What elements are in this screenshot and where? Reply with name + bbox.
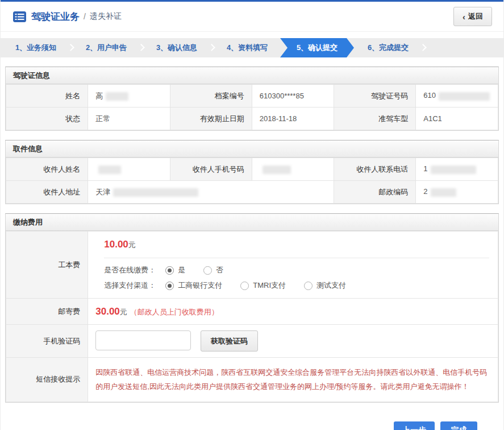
- value-text: 正常: [95, 114, 110, 123]
- table-row: 姓名 高 档案编号 610300****85 驾驶证号码 610: [6, 85, 498, 108]
- table-row: 收件人姓名 收件人手机号码 收件人联系电话 1: [6, 158, 498, 181]
- sms-tip-text: 因陕西省联通、电信运营商技术问题，陕西省互联网交通安全综合服务管理平台无法向持陕…: [95, 368, 487, 391]
- step-label: 6、完成提交: [368, 43, 409, 52]
- radio-online-yes[interactable]: 是: [165, 265, 185, 275]
- field-value-recipient-phone: 1: [416, 158, 498, 181]
- redacted-blob: [439, 92, 490, 101]
- field-value-recipient-mobile: [252, 158, 334, 181]
- section-pickup-info: 取件信息 收件人姓名 收件人手机号码 收件人联系电话 1 收件人地址 天津 邮政…: [5, 140, 499, 204]
- previous-step-button[interactable]: 上一步: [394, 421, 435, 430]
- field-label-name: 姓名: [6, 85, 88, 108]
- table-row: 状态 正常 有效期止日期 2018-11-18 准驾车型 A1C1: [6, 108, 498, 130]
- radio-channel-icbc-input[interactable]: [165, 282, 174, 290]
- field-value-recipient-address: 天津: [88, 181, 334, 204]
- field-label-license-number: 驾驶证号码: [334, 85, 416, 108]
- field-label-vehicle-class: 准驾车型: [334, 108, 416, 130]
- footer-actions: 上一步 完成: [1, 421, 477, 430]
- radio-online-no-input[interactable]: [203, 266, 212, 275]
- table-row: 手机验证码 获取验证码: [6, 325, 498, 358]
- finish-button[interactable]: 完成: [440, 421, 477, 430]
- table-row: 工本费 10.00元 是否在线缴费： 是: [6, 231, 498, 299]
- work-fee-amount-line: 10.00元: [104, 239, 489, 250]
- radio-label: 工商银行支付: [178, 280, 222, 291]
- redacted-blob: [431, 166, 476, 174]
- field-value-name: 高: [88, 85, 170, 108]
- online-pay-row: 是否在线缴费： 是 否: [104, 265, 489, 275]
- back-chevron-icon: ‹: [463, 13, 465, 21]
- field-label-recipient-name: 收件人姓名: [6, 158, 88, 181]
- page-title: 驾驶证业务: [31, 10, 80, 23]
- value-text: 1: [423, 164, 427, 173]
- back-button[interactable]: ‹ 返回: [453, 7, 492, 26]
- mail-fee-cell: 30.00元（邮政人员上门收取费用）: [88, 299, 498, 325]
- step-label: 3、确认信息: [156, 43, 197, 52]
- page: 驾驶证业务 / 遗失补证 ‹ 返回 1、业务须知 2、用户申告 3、确认信息 4…: [0, 0, 504, 430]
- radio-label: TMRI支付: [253, 280, 286, 291]
- field-label-mail-fee: 邮寄费: [6, 299, 88, 325]
- redacted-blob: [263, 166, 291, 174]
- radio-channel-test[interactable]: 测试支付: [304, 280, 346, 291]
- section-payment: 缴纳费用 工本费 10.00元 是否在线缴费： 是: [5, 213, 499, 403]
- redacted-blob: [113, 188, 198, 197]
- sms-code-cell: 获取验证码: [88, 325, 498, 358]
- field-label-status: 状态: [6, 108, 88, 130]
- breadcrumb-divider: /: [84, 12, 86, 21]
- step-2-user-declaration[interactable]: 2、用户申告: [71, 38, 141, 57]
- get-code-button[interactable]: 获取验证码: [201, 330, 258, 352]
- radio-online-yes-input[interactable]: [165, 266, 174, 275]
- step-5-confirm-submit[interactable]: 5、确认提交: [280, 38, 354, 57]
- payment-table: 工本费 10.00元 是否在线缴费： 是: [6, 231, 498, 402]
- step-3-confirm-info[interactable]: 3、确认信息: [141, 38, 212, 57]
- sms-code-input[interactable]: [95, 330, 191, 350]
- value-text: 610300****85: [260, 92, 304, 100]
- field-label-file-number: 档案编号: [170, 85, 252, 108]
- field-label-sms-code: 手机验证码: [6, 325, 88, 358]
- field-label-recipient-mobile: 收件人手机号码: [170, 158, 252, 181]
- back-button-label: 返回: [468, 11, 483, 22]
- radio-channel-tmri-input[interactable]: [240, 282, 249, 290]
- radio-online-no[interactable]: 否: [203, 265, 223, 275]
- section-pickup-title: 取件信息: [6, 140, 498, 158]
- divider: [104, 258, 489, 258]
- value-text: 610: [423, 91, 436, 100]
- field-label-postal-code: 邮政编码: [334, 181, 416, 204]
- table-row: 收件人地址 天津 邮政编码 2: [6, 181, 498, 204]
- mail-fee-unit: 元: [120, 308, 127, 316]
- step-1-business-notes[interactable]: 1、业务须知: [1, 38, 71, 57]
- radio-channel-tmri[interactable]: TMRI支付: [240, 280, 286, 291]
- breadcrumb-current: 遗失补证: [90, 11, 122, 22]
- field-label-work-fee: 工本费: [6, 231, 88, 299]
- pay-channel-row: 选择支付渠道： 工商银行支付 TMRI支付 测试支付: [104, 280, 489, 291]
- radio-channel-icbc[interactable]: 工商银行支付: [165, 280, 222, 291]
- license-info-table: 姓名 高 档案编号 610300****85 驾驶证号码 610 状态 正常 有…: [6, 84, 498, 130]
- radio-label: 否: [216, 265, 223, 275]
- mail-fee-amount: 30.00: [95, 306, 120, 317]
- redacted-blob: [98, 166, 121, 174]
- redacted-blob: [431, 188, 456, 197]
- value-text: 天津: [95, 188, 110, 196]
- mail-fee-note: （邮政人员上门收取费用）: [130, 308, 219, 316]
- field-value-expiry-date: 2018-11-18: [252, 108, 334, 130]
- field-value-postal-code: 2: [416, 181, 498, 204]
- step-6-complete-submit[interactable]: 6、完成提交: [353, 38, 423, 57]
- chevron-right-icon: [419, 44, 427, 51]
- value-text: 2018-11-18: [260, 114, 297, 123]
- step-label: 1、业务须知: [15, 43, 56, 52]
- sms-tip-cell: 因陕西省联通、电信运营商技术问题，陕西省互联网交通安全综合服务管理平台无法向持陕…: [88, 358, 498, 402]
- section-license-info: 驾驶证信息 姓名 高 档案编号 610300****85 驾驶证号码 610 状…: [5, 67, 499, 131]
- radio-label: 测试支付: [316, 280, 346, 291]
- online-pay-question: 是否在线缴费：: [104, 265, 165, 275]
- field-label-expiry-date: 有效期止日期: [170, 108, 252, 130]
- table-row: 邮寄费 30.00元（邮政人员上门收取费用）: [6, 299, 498, 325]
- breadcrumb: 驾驶证业务 / 遗失补证: [13, 10, 122, 23]
- field-value-vehicle-class: A1C1: [416, 108, 498, 130]
- field-value-license-number: 610: [416, 85, 498, 108]
- value-text: A1C1: [423, 114, 442, 123]
- work-fee-cell: 10.00元 是否在线缴费： 是 否: [88, 231, 498, 299]
- header: 驾驶证业务 / 遗失补证 ‹ 返回: [1, 2, 503, 32]
- radio-channel-test-input[interactable]: [304, 282, 313, 290]
- pay-channel-question: 选择支付渠道：: [104, 280, 165, 291]
- step-4-fill-info[interactable]: 4、资料填写: [212, 38, 282, 57]
- field-value-recipient-name: [88, 158, 170, 181]
- step-label: 2、用户申告: [86, 43, 127, 52]
